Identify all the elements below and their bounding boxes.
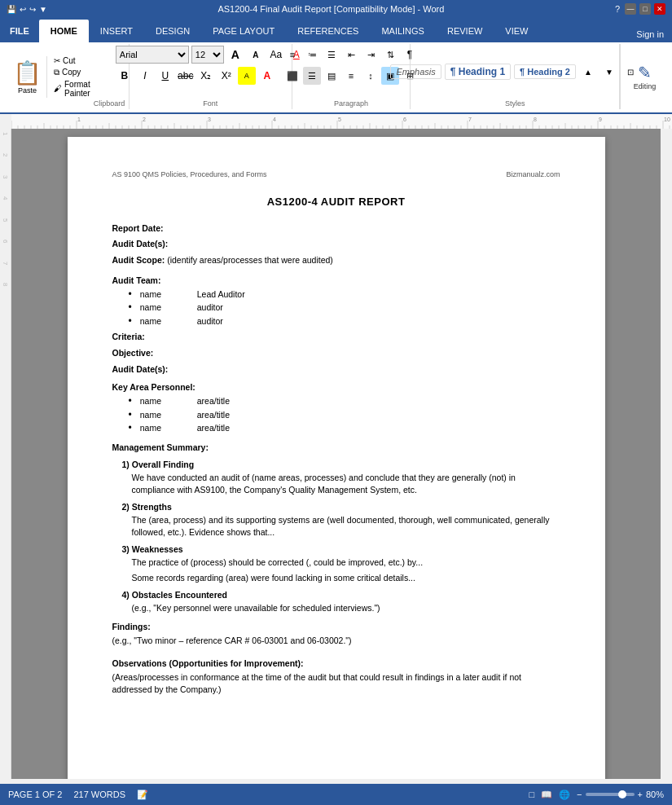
minimize-button[interactable]: — xyxy=(625,3,636,15)
help-button[interactable]: ? xyxy=(615,4,620,14)
report-date-field: Report Date: xyxy=(112,222,560,235)
bullets-button[interactable]: ≡ xyxy=(283,46,301,64)
weaknesses-body2: Some records regarding (area) were found… xyxy=(132,572,560,584)
weaknesses-body1: The practice of (process) should be corr… xyxy=(132,556,560,569)
format-painter-icon: 🖌 xyxy=(54,84,62,93)
zoom-slider[interactable] xyxy=(586,793,635,796)
svg-text:6: 6 xyxy=(403,117,406,122)
language-icon: 📝 xyxy=(137,790,148,800)
text-highlight-button[interactable]: A xyxy=(238,67,256,85)
status-bar-left: PAGE 1 OF 2 217 WORDS 📝 xyxy=(8,790,148,800)
svg-text:2: 2 xyxy=(143,117,146,122)
audit-scope-value: (identify areas/processes that were audi… xyxy=(167,255,333,265)
audit-dates2-label: Audit Date(s): xyxy=(112,364,169,374)
style-emphasis[interactable]: Emphasis xyxy=(390,64,441,79)
case-button[interactable]: Aa xyxy=(267,46,285,64)
close-button[interactable]: ✕ xyxy=(654,3,665,15)
obstacles-body: (e.g., "Key personnel were unavailable f… xyxy=(132,602,560,614)
strikethrough-button[interactable]: abc xyxy=(177,67,195,85)
superscript-button[interactable]: X² xyxy=(217,67,235,85)
strengths-title: 2) Strengths xyxy=(122,501,560,513)
status-bar-right: □ 📖 🌐 − + 80% xyxy=(529,790,664,800)
decrease-indent-button[interactable]: ⇤ xyxy=(342,46,360,64)
sign-in-button[interactable]: Sign in xyxy=(628,26,672,42)
report-date-label: Report Date: xyxy=(112,223,164,233)
list-item: name area/title xyxy=(129,395,560,408)
styles-scroll-down[interactable]: ▼ xyxy=(600,63,618,81)
overall-finding-body: We have conducted an audit of (name area… xyxy=(132,472,560,495)
tab-references[interactable]: REFERENCES xyxy=(286,20,370,42)
style-gallery: Emphasis ¶ Heading 1 ¶ Heading 2 ▲ ▼ ⊡ xyxy=(390,63,639,81)
web-view-icon[interactable]: 🌐 xyxy=(559,790,570,800)
style-heading1[interactable]: ¶ Heading 1 xyxy=(445,64,511,80)
save-button[interactable]: 💾 xyxy=(7,5,16,14)
audit-dates-label: Audit Date(s): xyxy=(112,239,169,249)
tab-review[interactable]: REVIEW xyxy=(436,20,494,42)
main-area: 1 2 3 4 5 6 7 8 AS 9100 QMS Policies, Pr… xyxy=(0,129,672,779)
tab-design[interactable]: DESIGN xyxy=(144,20,201,42)
objective-label: Objective: xyxy=(112,348,154,358)
svg-text:4: 4 xyxy=(273,117,276,122)
copy-button[interactable]: ⧉ Copy xyxy=(51,67,94,78)
align-left-button[interactable]: ⬛ xyxy=(283,67,301,85)
cut-copy-column: ✂ Cut ⧉ Copy 🖌 Format Painter xyxy=(51,55,94,99)
tab-file[interactable]: FILE xyxy=(0,20,39,42)
document-page[interactable]: AS 9100 QMS Policies, Procedures, and Fo… xyxy=(68,137,605,779)
svg-text:8: 8 xyxy=(534,117,537,122)
zoom-out-button[interactable]: − xyxy=(577,790,582,799)
redo-button[interactable]: ↪ xyxy=(29,5,36,14)
criteria-label: Criteria: xyxy=(112,332,145,341)
document-area[interactable]: AS 9100 QMS Policies, Procedures, and Fo… xyxy=(11,129,661,779)
title-bar: 💾 ↩ ↪ ▼ AS1200-4 Final Audit Report [Com… xyxy=(0,0,672,18)
line-spacing-button[interactable]: ↕ xyxy=(362,67,380,85)
zoom-in-button[interactable]: + xyxy=(638,790,643,799)
left-gutter: 1 2 3 4 5 6 7 8 xyxy=(0,129,11,779)
format-painter-button[interactable]: 🖌 Format Painter xyxy=(51,79,94,99)
grow-font-button[interactable]: A xyxy=(226,46,244,64)
styles-scroll-up[interactable]: ▲ xyxy=(579,63,597,81)
tab-home[interactable]: HOME xyxy=(39,20,89,42)
multilevel-list-button[interactable]: ☰ xyxy=(323,46,340,64)
tab-mailings[interactable]: MAILINGS xyxy=(370,20,436,42)
cut-button[interactable]: ✂ Cut xyxy=(51,55,94,66)
svg-text:3: 3 xyxy=(208,117,211,122)
tab-insert[interactable]: INSERT xyxy=(89,20,144,42)
svg-rect-0 xyxy=(11,114,672,129)
font-group: Arial 12 A A Aa A B I U abc X₂ X² A A xyxy=(130,44,292,109)
tab-page-layout[interactable]: PAGE LAYOUT xyxy=(201,20,286,42)
paste-button[interactable]: 📋 Paste xyxy=(8,56,47,98)
bold-button[interactable]: B xyxy=(116,67,134,85)
ruler: // Will be drawn via JS below 1234567891… xyxy=(11,114,672,129)
objective-field: Objective: xyxy=(112,347,560,359)
font-size-select[interactable]: 12 xyxy=(191,46,224,64)
customize-qat-button[interactable]: ▼ xyxy=(39,5,47,14)
audit-team-list: name Lead Auditor name auditor name audi… xyxy=(129,288,560,328)
align-center-button[interactable]: ☰ xyxy=(303,67,321,85)
maximize-button[interactable]: □ xyxy=(639,3,651,15)
layout-view-icon[interactable]: □ xyxy=(529,790,534,799)
page-header: AS 9100 QMS Policies, Procedures, and Fo… xyxy=(112,169,560,180)
shrink-font-button[interactable]: A xyxy=(247,46,265,64)
audit-dates2-field: Audit Date(s): xyxy=(112,363,560,376)
italic-button[interactable]: I xyxy=(136,67,154,85)
editing-icon: ✎ xyxy=(638,63,652,82)
align-right-button[interactable]: ▤ xyxy=(323,67,340,85)
increase-indent-button[interactable]: ⇥ xyxy=(362,46,380,64)
justify-button[interactable]: ≡ xyxy=(342,67,360,85)
tab-view[interactable]: VIEW xyxy=(494,20,539,42)
font-color-button[interactable]: A xyxy=(258,67,276,85)
font-name-select[interactable]: Arial xyxy=(116,46,189,64)
svg-text:10: 10 xyxy=(664,117,670,122)
subscript-button[interactable]: X₂ xyxy=(197,67,215,85)
key-area-header: Key Area Personnel: xyxy=(112,381,560,394)
style-heading2[interactable]: ¶ Heading 2 xyxy=(514,64,576,79)
read-view-icon[interactable]: 📖 xyxy=(541,790,552,800)
svg-text:5: 5 xyxy=(338,117,341,122)
list-item: name Lead Auditor xyxy=(129,288,560,301)
undo-button[interactable]: ↩ xyxy=(20,5,26,14)
underline-button[interactable]: U xyxy=(156,67,174,85)
mgmt-summary-header: Management Summary: xyxy=(112,442,560,454)
numbering-button[interactable]: ≔ xyxy=(303,46,321,64)
page-header-left: AS 9100 QMS Policies, Procedures, and Fo… xyxy=(112,169,267,180)
list-item: name auditor xyxy=(129,315,560,328)
